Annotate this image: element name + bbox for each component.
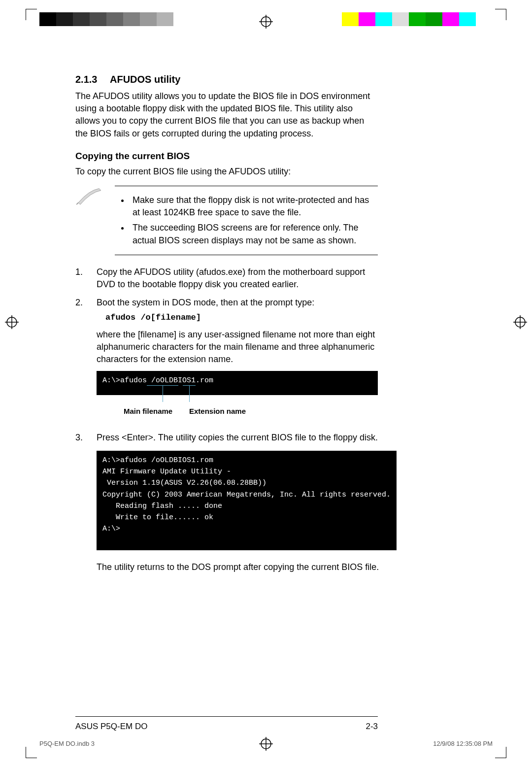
- closing-text: The utility returns to the DOS prompt af…: [97, 561, 397, 573]
- section-number: 2.1.3: [75, 74, 110, 85]
- note-content: Make sure that the floppy disk is not wr…: [115, 186, 378, 255]
- crop-mark-tr: [495, 9, 506, 20]
- step-3-text: Press <Enter>. The utility copies the cu…: [97, 432, 397, 444]
- subsection-heading: Copying the current BIOS: [75, 151, 378, 162]
- svg-line-12: [76, 202, 78, 204]
- crop-mark-bl: [26, 747, 37, 758]
- note-item: Make sure that the floppy disk is not wr…: [130, 194, 378, 219]
- annotation: Main filename Extension name: [97, 399, 378, 421]
- registration-mark-top: [259, 15, 273, 29]
- step-2-text: Boot the system in DOS mode, then at the…: [97, 297, 378, 309]
- crop-mark-tl: [26, 9, 37, 20]
- terminal-1: A:\>afudos /oOLDBIOS1.rom: [97, 371, 378, 395]
- steps-list: 1.Copy the AFUDOS utility (afudos.exe) f…: [75, 266, 378, 573]
- terminal-2: A:\>afudos /oOLDBIOS1.romAMI Firmware Up…: [97, 451, 397, 550]
- print-file: P5Q-EM DO.indb 3: [39, 740, 95, 747]
- print-info: P5Q-EM DO.indb 3 12/9/08 12:35:08 PM: [39, 740, 493, 747]
- step-1: 1.Copy the AFUDOS utility (afudos.exe) f…: [75, 266, 378, 291]
- page: 2.1.3AFUDOS utility The AFUDOS utility a…: [0, 0, 532, 767]
- annotation-main-label: Main filename: [124, 406, 172, 416]
- section-heading: 2.1.3AFUDOS utility: [75, 74, 378, 85]
- terminal-1-wrap: A:\>afudos /oOLDBIOS1.rom Main filename …: [97, 371, 378, 421]
- crop-mark-br: [495, 747, 506, 758]
- pen-icon: [75, 186, 115, 255]
- annotation-ext-label: Extension name: [189, 406, 246, 416]
- note-item: The succeeding BIOS screens are for refe…: [130, 222, 378, 246]
- command-code: afudos /o[filename]: [105, 312, 378, 324]
- step-2: 2. Boot the system in DOS mode, then at …: [75, 297, 378, 426]
- intro-paragraph: The AFUDOS utility allows you to update …: [75, 90, 378, 140]
- note-box: Make sure that the floppy disk is not wr…: [75, 186, 378, 255]
- footer-right: 2-3: [366, 722, 378, 732]
- color-bar: [342, 12, 493, 26]
- section-title: AFUDOS utility: [110, 74, 180, 85]
- page-footer: ASUS P5Q-EM DO 2-3: [75, 716, 378, 732]
- registration-mark-left: [5, 315, 19, 329]
- registration-mark-right: [513, 315, 527, 329]
- command-note: where the [filename] is any user-assigne…: [97, 329, 378, 366]
- step-3: 3. Press <Enter>. The utility copies the…: [75, 432, 378, 573]
- subsection-intro: To copy the current BIOS file using the …: [75, 166, 378, 178]
- content-area: 2.1.3AFUDOS utility The AFUDOS utility a…: [75, 74, 378, 579]
- grayscale-bar: [39, 12, 190, 26]
- print-date: 12/9/08 12:35:08 PM: [433, 740, 493, 747]
- footer-left: ASUS P5Q-EM DO: [75, 722, 147, 732]
